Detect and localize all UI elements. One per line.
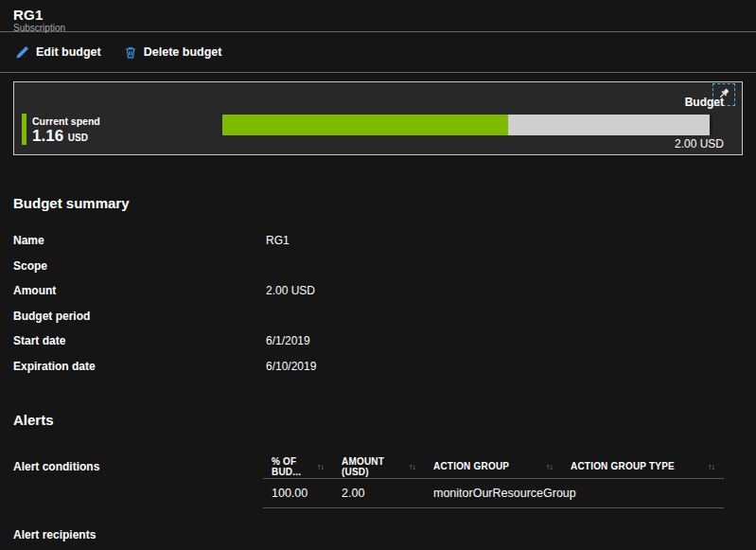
budget-end-marker: [710, 115, 712, 135]
summary-value: RG1: [266, 234, 290, 247]
summary-row-amount: Amount 2.00 USD: [13, 284, 743, 310]
edit-budget-button[interactable]: Edit budget: [13, 42, 103, 63]
summary-label: Budget period: [13, 310, 266, 323]
summary-row-name: Name RG1: [13, 234, 743, 259]
command-bar: Edit budget Delete budget: [0, 32, 756, 73]
current-spend-legend: Current spend 1.16 USD: [22, 114, 100, 147]
page-header: RG1 Subscription: [0, 0, 756, 32]
column-header-amount-usd[interactable]: AMOUNT (USD) ↑↓: [333, 456, 425, 477]
alert-conditions-label: Alert conditions: [13, 454, 263, 508]
table-header-row: % OF BUD... ↑↓ AMOUNT (USD) ↑↓ ACTION GR…: [263, 454, 724, 479]
cell-amount-usd: 2.00: [333, 487, 425, 500]
sort-arrows-icon: ↑↓: [317, 462, 333, 471]
alert-conditions-table: % OF BUD... ↑↓ AMOUNT (USD) ↑↓ ACTION GR…: [263, 454, 724, 508]
current-spend-unit: USD: [68, 133, 88, 143]
summary-row-scope: Scope: [13, 259, 743, 285]
budget-spend-card: Current spend 1.16 USD Budget 2.00 USD: [13, 81, 743, 155]
edit-budget-label: Edit budget: [36, 45, 101, 59]
summary-value: 6/10/2019: [266, 360, 316, 373]
summary-value: 2.00 USD: [266, 284, 315, 297]
budget-amount: 2.00 USD: [675, 137, 724, 151]
column-header-action-group-type[interactable]: ACTION GROUP TYPE ↑↓: [562, 461, 724, 471]
column-header-percent-of-budget[interactable]: % OF BUD... ↑↓: [263, 456, 333, 477]
summary-label: Name: [13, 234, 266, 247]
cell-action-group: monitorOurResourceGroup: [425, 487, 562, 500]
content-area: Current spend 1.16 USD Budget 2.00 USD B…: [0, 73, 756, 541]
summary-label: Scope: [13, 259, 266, 273]
summary-row-budget-period: Budget period: [13, 310, 743, 335]
current-spend-label: Current spend: [32, 115, 100, 127]
page-title: RG1: [13, 7, 743, 23]
summary-value: 6/1/2019: [266, 334, 310, 347]
alert-recipients-label: Alert recipients: [13, 528, 743, 541]
trash-icon: [124, 45, 137, 60]
alert-conditions-block: Alert conditions % OF BUD... ↑↓ AMOUNT (…: [13, 454, 743, 508]
sort-arrows-icon: ↑↓: [708, 462, 724, 471]
spend-fill: [222, 115, 508, 135]
summary-row-expiration-date: Expiration date 6/10/2019: [13, 360, 743, 385]
column-header-action-group[interactable]: ACTION GROUP ↑↓: [425, 461, 562, 471]
cell-percent-of-budget: 100.00: [263, 487, 333, 500]
table-row[interactable]: 100.00 2.00 monitorOurResourceGroup: [263, 479, 724, 508]
sort-arrows-icon: ↑↓: [409, 462, 425, 471]
budget-summary-list: Name RG1 Scope Amount 2.00 USD Budget pe…: [13, 234, 743, 384]
legend-color-bar: [22, 114, 26, 145]
delete-budget-button[interactable]: Delete budget: [122, 42, 224, 63]
alerts-heading: Alerts: [13, 411, 743, 429]
budget-label: Budget: [685, 96, 724, 109]
summary-row-start-date: Start date 6/1/2019: [13, 334, 743, 360]
sort-arrows-icon: ↑↓: [546, 462, 562, 471]
summary-label: Expiration date: [13, 360, 266, 373]
budget-progress-track: [222, 115, 712, 135]
summary-label: Start date: [13, 334, 266, 347]
current-spend-value: 1.16 USD: [32, 127, 100, 147]
summary-label: Amount: [13, 284, 266, 297]
delete-budget-label: Delete budget: [144, 45, 222, 59]
pencil-icon: [15, 45, 29, 60]
budget-summary-heading: Budget summary: [13, 194, 743, 212]
